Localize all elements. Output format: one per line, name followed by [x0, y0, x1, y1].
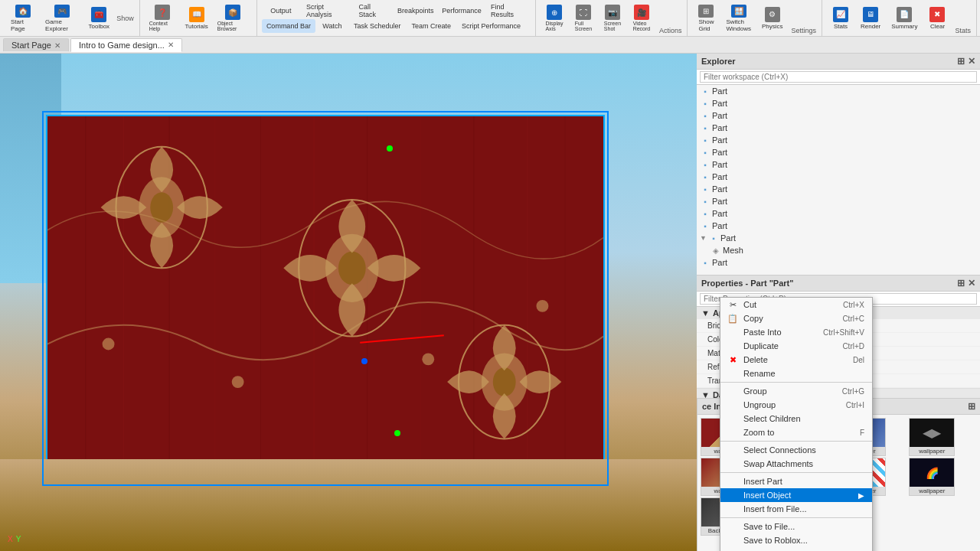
render-button[interactable]: 🖥 Render: [856, 3, 885, 34]
tree-item-part1[interactable]: ▪ Part: [697, 85, 980, 97]
ctx-cut[interactable]: ✂ Cut Ctrl+X: [720, 298, 872, 311]
breakpoints-button[interactable]: Breakpoints: [394, 4, 437, 18]
stats-button[interactable]: 📈 Stats: [827, 3, 854, 34]
ctx-sep3: [720, 472, 872, 473]
ctx-copy[interactable]: 📋 Copy Ctrl+C: [720, 311, 872, 325]
screenshot-icon: 📷: [605, 5, 620, 20]
tutorials-button[interactable]: 📖 Tutorials: [182, 3, 211, 34]
ctx-select-children[interactable]: Select Children: [720, 412, 872, 425]
tree-item-part15[interactable]: ▪ Part: [697, 269, 980, 271]
ctx-duplicate[interactable]: Duplicate Ctrl+D: [720, 339, 872, 353]
explorer-close-icon[interactable]: ✕: [968, 56, 975, 67]
tutorials-icon: 📖: [189, 7, 204, 22]
surface-thumb-8[interactable]: 🌈 wallpaper: [909, 458, 955, 496]
output-button[interactable]: Output: [262, 4, 300, 18]
ctx-paste-into-label: Paste Into: [743, 328, 782, 337]
ctx-create-linked-source[interactable]: Create new LinkedSource...: [720, 547, 872, 551]
tree-item-part7[interactable]: ▪ Part: [697, 158, 980, 171]
properties-dock-icon[interactable]: ⊞: [957, 278, 965, 289]
ctx-save-to-roblox[interactable]: Save to Roblox...: [720, 533, 872, 547]
tree-item-part10[interactable]: ▪ Part: [697, 195, 980, 207]
explorer-filter-input[interactable]: [700, 71, 977, 83]
tree-item-part4[interactable]: ▪ Part: [697, 122, 980, 134]
summary-button[interactable]: 📄 Summary: [887, 3, 922, 34]
tab-intro-close[interactable]: ✕: [168, 41, 174, 49]
switch-windows-icon: 🪟: [731, 5, 746, 18]
watch-button[interactable]: Watch: [317, 19, 348, 33]
surface-thumb-4[interactable]: ◀▶ wallpaper: [909, 418, 955, 456]
team-create-button[interactable]: Team Create: [407, 19, 456, 33]
toolbox-button[interactable]: 🧰 Toolbox: [85, 3, 113, 34]
context-help-button[interactable]: ❓ Context Help: [145, 3, 181, 34]
cut-icon: ✂: [727, 300, 739, 310]
tree-item-part12[interactable]: ▪ Part: [697, 220, 980, 232]
ctx-insert-from-file[interactable]: Insert from File...: [720, 502, 872, 516]
explorer-tree: ▪ Part ▪ Part ▪ Part ▪ Part ▪ Part: [697, 85, 980, 271]
surface-inputs-dock-icon[interactable]: ⊞: [968, 401, 975, 412]
ctx-save-to-file[interactable]: Save to File...: [720, 520, 872, 533]
physics-label: Physics: [762, 23, 783, 30]
display-axis-button[interactable]: ⊕ DisplayAxis: [541, 3, 568, 34]
ctx-delete[interactable]: ✖ Delete Del: [720, 353, 872, 367]
game-explorer-button[interactable]: 🎮 Game Explorer: [41, 3, 83, 34]
tree-item-part6[interactable]: ▪ Part: [697, 146, 980, 158]
ctx-insert-object[interactable]: Insert Object ▶: [720, 488, 872, 502]
call-stack-button[interactable]: Call Stack: [354, 4, 393, 18]
tree-item-part2[interactable]: ▪ Part: [697, 97, 980, 109]
tree-item-part13-expanded[interactable]: ▼ ▪ Part: [697, 232, 980, 244]
tree-item-mesh[interactable]: ◈ Mesh: [697, 244, 980, 256]
command-bar-button[interactable]: Command Bar: [262, 19, 315, 33]
tab-start-page[interactable]: Start Page ✕: [3, 38, 69, 51]
tutorials-label: Tutorials: [185, 23, 207, 30]
ctx-rename[interactable]: Rename: [720, 367, 872, 380]
xyz-indicator: X Y: [8, 535, 21, 543]
ctx-select-connections[interactable]: Select Connections: [720, 443, 872, 457]
tree-item-part11[interactable]: ▪ Part: [697, 207, 980, 220]
ctx-select-connections-label: Select Connections: [743, 445, 816, 455]
part-icon: ▪: [700, 196, 710, 207]
tree-item-part3[interactable]: ▪ Part: [697, 109, 980, 122]
explorer-filter-bar: [697, 70, 980, 85]
ctx-ungroup[interactable]: Ungroup Ctrl+I: [720, 398, 872, 412]
properties-close-icon[interactable]: ✕: [968, 278, 975, 289]
green-handle-top: [387, 145, 393, 152]
explorer-dock-icon[interactable]: ⊞: [957, 56, 965, 67]
tree-item-part8[interactable]: ▪ Part: [697, 171, 980, 183]
physics-button[interactable]: ⚙ Physics: [757, 3, 788, 34]
find-results-button[interactable]: Find Results: [486, 4, 532, 18]
tree-item-label: Mesh: [723, 246, 743, 255]
script-performance-button[interactable]: Script Performance: [457, 19, 525, 33]
start-page-button[interactable]: 🏠 Start Page: [6, 3, 39, 34]
object-browser-button[interactable]: 📦 Object Browser: [213, 3, 253, 34]
tree-item-part5[interactable]: ▪ Part: [697, 134, 980, 146]
object-browser-label: Object Browser: [217, 21, 249, 31]
switch-windows-button[interactable]: 🪟 SwitchWindows: [721, 3, 755, 34]
ctx-group[interactable]: Group Ctrl+G: [720, 384, 872, 398]
viewport[interactable]: X Y: [0, 54, 697, 551]
expand-icon: ▼: [700, 234, 707, 242]
show-grid-button[interactable]: ⊞ ShowGrid: [692, 3, 720, 34]
tree-item-label: Part: [712, 197, 727, 206]
ctx-copy-shortcut: Ctrl+C: [842, 315, 864, 323]
clear-button[interactable]: ✖ Clear: [923, 3, 951, 34]
ctx-zoom-to[interactable]: Zoom to F: [720, 425, 872, 439]
script-analysis-button[interactable]: Script Analysis: [302, 4, 353, 18]
tree-item-label: Part: [712, 184, 727, 194]
tab-start-page-close[interactable]: ✕: [54, 41, 60, 50]
task-scheduler-button[interactable]: Task Scheduler: [349, 19, 406, 33]
ctx-rename-label: Rename: [743, 369, 776, 378]
ctx-paste-into[interactable]: Paste Into Ctrl+Shift+V: [720, 325, 872, 339]
full-screen-button[interactable]: ⛶ FullScreen: [570, 3, 597, 34]
part-icon: ▪: [700, 110, 710, 121]
tab-intro-game-design[interactable]: Intro to Game design... ✕: [70, 38, 182, 52]
video-record-button[interactable]: 🎥 VideoRecord: [628, 3, 655, 34]
x-axis-label: X: [8, 535, 13, 543]
screenshot-button[interactable]: 📷 ScreenShot: [599, 3, 626, 34]
tree-item-part9[interactable]: ▪ Part: [697, 183, 980, 195]
performance-button[interactable]: Performance: [439, 4, 485, 18]
mesh-icon: ◈: [710, 245, 721, 256]
ctx-insert-part[interactable]: Insert Part: [720, 474, 872, 488]
tree-item-part14[interactable]: ▪ Part: [697, 256, 980, 269]
ctx-swap-attachments[interactable]: Swap Attachments: [720, 457, 872, 471]
display-axis-icon: ⊕: [547, 5, 562, 20]
